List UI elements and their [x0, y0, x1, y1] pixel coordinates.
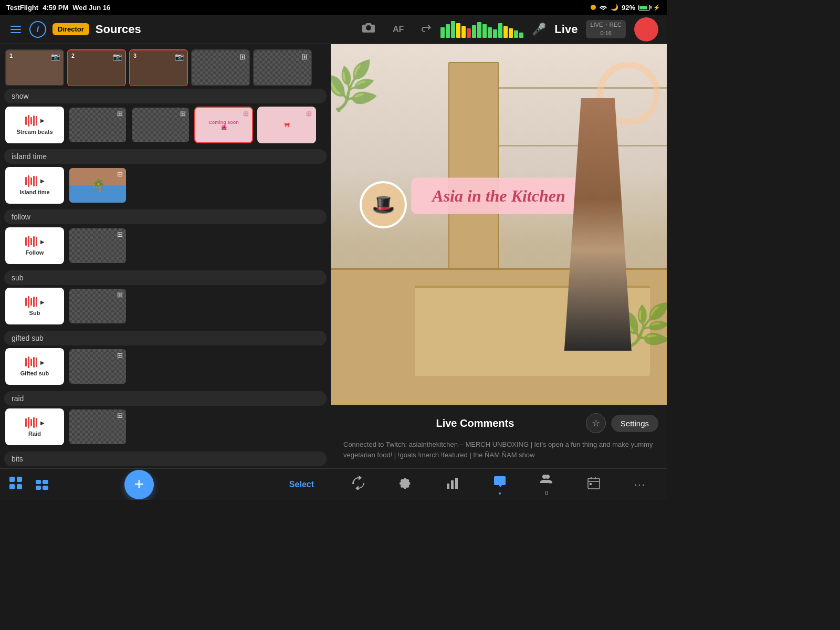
- info-button[interactable]: i: [29, 21, 46, 38]
- svg-rect-7: [43, 486, 48, 490]
- grid-view-button[interactable]: [8, 476, 23, 494]
- more-button[interactable]: ···: [627, 476, 652, 492]
- hamburger-button[interactable]: [8, 24, 23, 35]
- pink-tile-show-2[interactable]: 🎀 ⊞: [257, 107, 316, 143]
- select-button[interactable]: Select: [289, 480, 322, 489]
- svg-rect-6: [36, 486, 41, 490]
- avatar-circle: 🎩: [360, 181, 407, 228]
- svg-rect-1: [17, 477, 22, 482]
- svg-rect-10: [455, 478, 458, 489]
- graphic-tile-sub-1[interactable]: ⊞: [68, 288, 127, 324]
- list-view-button[interactable]: [32, 474, 52, 495]
- flip-button[interactable]: [345, 474, 372, 495]
- mic-icon[interactable]: 🎤: [532, 23, 546, 36]
- audio-tile-sub[interactable]: ▶ Sub: [5, 288, 64, 324]
- scene-thumb-4[interactable]: ⊞: [191, 49, 250, 86]
- source-row-sub: ▶ Sub ⊞: [0, 287, 331, 328]
- time: 4:59 PM: [43, 4, 68, 12]
- share-icon[interactable]: [418, 20, 434, 38]
- section-header-bits: bits: [4, 452, 327, 466]
- audio-tile-island-time[interactable]: ▶ Island time: [5, 167, 64, 204]
- moon-icon: 🌙: [611, 4, 618, 11]
- live-label: Live: [554, 23, 578, 36]
- orange-dot: [591, 5, 596, 10]
- tropical-left-icon: 🌿: [331, 58, 382, 116]
- calendar-icon: [587, 476, 601, 493]
- svg-rect-2: [9, 484, 15, 489]
- svg-rect-5: [43, 480, 48, 484]
- camera-icon[interactable]: [359, 20, 378, 38]
- svg-rect-15: [590, 483, 592, 485]
- chat-button[interactable]: [487, 472, 513, 497]
- director-badge: Director: [52, 23, 89, 35]
- star-button[interactable]: ☆: [586, 413, 606, 433]
- toolbar: i Director Sources AF: [0, 15, 667, 44]
- audio-meter: [440, 21, 523, 38]
- source-row-raid: ▶ Raid ⊞: [0, 408, 331, 448]
- section-header-sub: sub: [4, 270, 327, 285]
- record-button[interactable]: [634, 17, 658, 41]
- settings-button[interactable]: Settings: [611, 415, 658, 432]
- settings-button-bottom[interactable]: [392, 474, 418, 495]
- bottom-bar: + Select 0: [0, 468, 667, 500]
- stats-button[interactable]: [439, 474, 466, 495]
- section-header-island-time: island time: [4, 149, 327, 164]
- graphic-tile-island-1[interactable]: 🌴 ⊞: [68, 167, 127, 204]
- scene-thumb-2[interactable]: 2 📷: [67, 49, 126, 86]
- status-bar: TestFlight 4:59 PM Wed Jun 16 🌙 92% ⚡: [0, 0, 667, 15]
- af-label[interactable]: AF: [391, 23, 406, 36]
- svg-rect-9: [451, 480, 454, 489]
- scene-thumb-3[interactable]: 3 📷: [129, 49, 188, 86]
- gear-icon: [398, 476, 412, 493]
- scene-thumb-1[interactable]: 1 📷: [5, 49, 64, 86]
- calendar-button[interactable]: [581, 474, 607, 495]
- audio-tile-gifted-sub[interactable]: ▶ Gifted sub: [5, 348, 64, 385]
- pink-tile-show-active[interactable]: Coming soon🌺 ⊞: [194, 107, 253, 143]
- source-row-follow: ▶ Follow ⊞: [0, 226, 331, 267]
- graphic-tile-gifted-1[interactable]: ⊞: [68, 348, 127, 385]
- graphic-tile-follow-1[interactable]: ⊞: [68, 227, 127, 264]
- more-icon: ···: [634, 478, 646, 490]
- preview-area: 🌿 🌿 🎩 Asia in the Kitchen: [331, 44, 667, 405]
- section-header-follow: follow: [4, 209, 327, 224]
- guests-icon: [540, 472, 553, 489]
- comments-title: Live Comments: [364, 417, 586, 429]
- audio-tile-raid[interactable]: ▶ Raid: [5, 408, 64, 445]
- scene-thumb-5[interactable]: ⊞: [253, 49, 312, 86]
- left-panel: 1 📷 2 📷 3 📷: [0, 44, 331, 468]
- audio-tile-follow[interactable]: ▶ Follow: [5, 227, 64, 264]
- section-header-gifted-sub: gifted sub: [4, 331, 327, 345]
- audio-tile-stream-beats[interactable]: ▶ Stream beats: [5, 107, 64, 143]
- comments-section: Live Comments ☆ Settings Connected to Tw…: [331, 405, 667, 468]
- section-header-show: show: [4, 89, 327, 103]
- graphic-tile-show-1[interactable]: ⊞: [68, 107, 127, 143]
- app-name: TestFlight: [6, 4, 38, 12]
- flip-icon: [352, 476, 365, 493]
- charging-icon: ⚡: [653, 4, 660, 11]
- stream-title-overlay: Asia in the Kitchen: [411, 177, 586, 214]
- chat-icon: [493, 475, 507, 491]
- graphic-tile-raid-1[interactable]: ⊞: [68, 408, 127, 445]
- svg-rect-3: [17, 484, 22, 489]
- toolbar-title: Sources: [96, 23, 141, 36]
- svg-rect-0: [9, 477, 15, 482]
- source-row-island-time: ▶ Island time 🌴 ⊞: [0, 166, 331, 206]
- add-button[interactable]: +: [124, 470, 154, 499]
- svg-rect-8: [447, 484, 449, 489]
- graphic-tile-show-2[interactable]: ⊞: [131, 107, 190, 143]
- battery-percentage: 92%: [622, 4, 635, 12]
- battery-bar: [638, 5, 650, 10]
- guests-button[interactable]: 0: [533, 470, 560, 498]
- chart-icon: [446, 476, 459, 493]
- wifi-icon: [599, 4, 607, 12]
- right-panel: 🌿 🌿 🎩 Asia in the Kitchen Live Comments …: [331, 44, 667, 468]
- scenes-row: 1 📷 2 📷 3 📷: [0, 44, 331, 86]
- source-row-show: ▶ Stream beats ⊞ ⊞ Coming soon🌺 ⊞ 🎀: [0, 106, 331, 146]
- date: Wed Jun 16: [72, 4, 110, 12]
- section-header-raid: raid: [4, 391, 327, 406]
- source-row-gifted-sub: ▶ Gifted sub ⊞: [0, 348, 331, 388]
- live-rec-badge: LIVE + REC 0:16: [586, 20, 626, 38]
- connected-text: Connected to Twitch: asiainthekitchen – …: [339, 439, 658, 460]
- svg-rect-4: [36, 480, 41, 484]
